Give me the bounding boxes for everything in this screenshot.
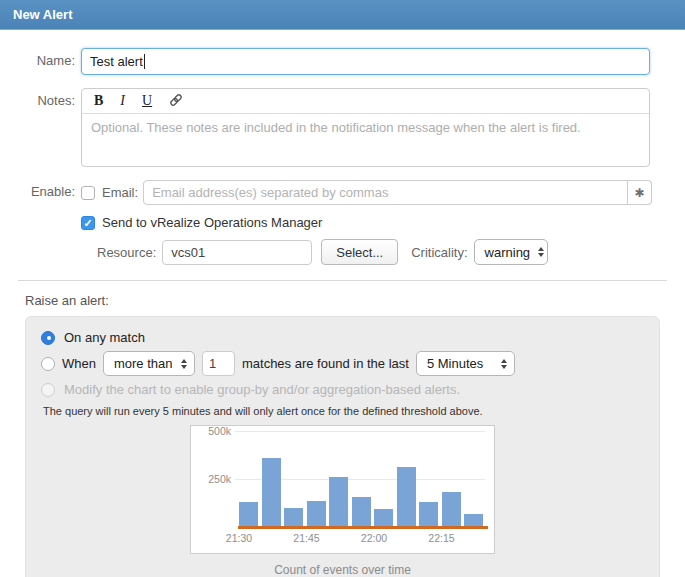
any-match-label: On any match: [64, 330, 145, 345]
name-label: Name:: [0, 48, 75, 75]
chart-xtick-label: 22:15: [428, 532, 454, 544]
notes-row: Notes: B I U: [0, 88, 685, 167]
chart-caption: Count of events over time: [41, 563, 644, 577]
dialog-title: New Alert: [13, 7, 72, 22]
name-input[interactable]: Test alert: [81, 48, 650, 75]
bold-button[interactable]: B: [94, 94, 103, 108]
email-label: Email:: [102, 185, 138, 200]
chart-bar: [442, 492, 461, 526]
raise-alert-label: Raise an alert:: [25, 293, 685, 308]
chart-bars: [239, 426, 483, 526]
underline-button[interactable]: U: [142, 94, 152, 108]
comparator-select[interactable]: more than: [103, 351, 195, 376]
option-any-match: On any match: [41, 327, 644, 348]
resource-label: Resource:: [97, 245, 156, 260]
chart-bar: [397, 467, 416, 526]
chart-ytick-label: 250k: [191, 473, 231, 485]
resource-input[interactable]: [162, 240, 312, 265]
modify-chart-label: Modify the chart to enable group-by and/…: [64, 382, 460, 397]
chart-bar: [419, 502, 438, 526]
chart-xtick-label: 21:45: [293, 532, 319, 544]
new-alert-dialog: New Alert Name: Test alert Notes: B I: [0, 0, 685, 577]
dialog-header: New Alert: [0, 0, 685, 30]
email-input-wrap: ✱: [143, 180, 652, 205]
notes-toolbar: B I U: [82, 89, 649, 114]
when-prefix: When: [62, 356, 96, 371]
comparator-value: more than: [114, 356, 173, 371]
chart-baseline: [238, 526, 488, 529]
vrops-checkbox-label: Send to vRealize Operations Manager: [102, 215, 322, 230]
name-input-value: Test alert: [90, 54, 143, 69]
criticality-label: Criticality:: [411, 245, 467, 260]
time-window-select[interactable]: 5 Minutes: [416, 351, 515, 376]
chart-bar: [239, 502, 258, 526]
events-chart: 500k250k 21:3021:4522:0022:15: [190, 425, 495, 554]
option-modify-chart: Modify the chart to enable group-by and/…: [41, 379, 644, 400]
modify-chart-radio: [41, 383, 55, 397]
select-resource-button[interactable]: Select...: [321, 239, 398, 265]
chart-bar: [352, 497, 371, 526]
time-window-value: 5 Minutes: [427, 356, 483, 371]
enable-label: Enable:: [0, 180, 75, 265]
chart-bar: [284, 508, 303, 526]
notes-label: Notes:: [0, 88, 75, 167]
chart-bar: [464, 514, 483, 526]
chart-xtick-label: 21:30: [226, 532, 252, 544]
chart-bar: [262, 458, 281, 526]
query-schedule-note: The query will run every 5 minutes and w…: [43, 405, 644, 417]
email-checkbox[interactable]: [81, 186, 95, 200]
option-when-threshold: When more than matches are found in the …: [41, 351, 644, 376]
chart-bar: [329, 477, 348, 526]
text-caret: [144, 54, 145, 69]
enable-row: Enable: Email: ✱ ✓ Send to vRealize Oper…: [0, 180, 685, 265]
required-asterisk-icon[interactable]: ✱: [627, 180, 652, 205]
raise-alert-panel: On any match When more than matches are …: [25, 316, 660, 577]
email-input[interactable]: [143, 180, 652, 205]
when-middle-text: matches are found in the last: [242, 356, 409, 371]
italic-button[interactable]: I: [120, 94, 125, 108]
any-match-radio[interactable]: [41, 331, 55, 345]
name-row: Name: Test alert: [0, 48, 685, 75]
select-arrows-icon: [181, 359, 187, 369]
chart-xtick-label: 22:00: [361, 532, 387, 544]
chart-bar: [374, 509, 393, 526]
chart-ytick-label: 500k: [191, 425, 231, 437]
notes-editor: B I U Optional. These notes: [81, 88, 650, 167]
criticality-select[interactable]: warning: [474, 239, 548, 265]
select-arrows-icon: [538, 247, 544, 257]
link-icon[interactable]: [169, 93, 183, 110]
vrops-checkbox[interactable]: ✓: [81, 216, 95, 230]
notes-textarea[interactable]: Optional. These notes are included in th…: [82, 114, 649, 166]
when-radio[interactable]: [41, 357, 55, 371]
match-count-input[interactable]: [202, 351, 235, 376]
criticality-value: warning: [485, 245, 531, 260]
section-divider: [18, 280, 667, 281]
select-arrows-icon: [501, 359, 507, 369]
chart-bar: [307, 501, 326, 526]
